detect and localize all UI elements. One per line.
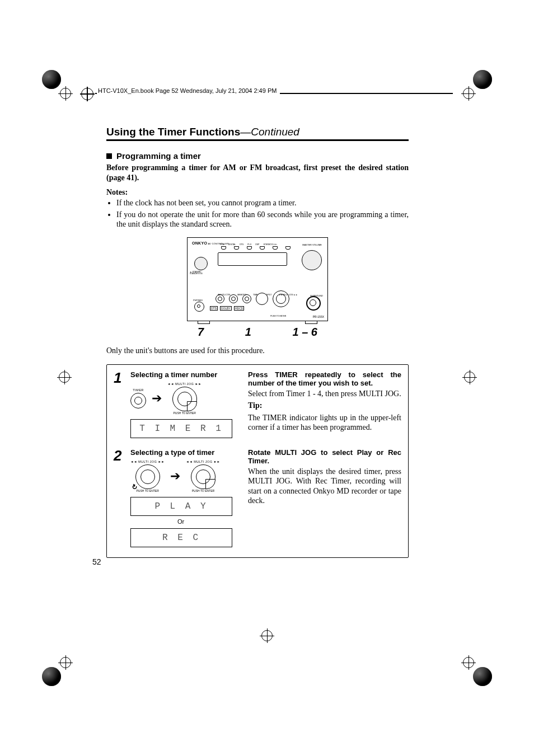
step-left-title: Selecting a timer number (130, 370, 242, 379)
step-right-title: Press TIMER repeatedly to select the num… (248, 370, 401, 387)
standby-labels: ▲ STANDBY STANDBY/ON (190, 271, 203, 275)
step-right-body: Select from Timer 1 - 4, then press MULT… (248, 389, 401, 399)
front-panel-diagram: ONKYO AV CONTROLLER PCMDIGITALDTSPL IIDS… (187, 237, 328, 321)
book-info: HTC-V10X_En.book Page 52 Wednesday, July… (97, 87, 280, 94)
knob-icon (229, 294, 238, 303)
model-label: PR-155X (313, 315, 324, 318)
step-right-body: When the unit displays the desired timer… (248, 467, 401, 506)
intro-paragraph: Before programming a timer for AM or FM … (106, 163, 409, 182)
note-item: If the clock has not been set, you canno… (116, 198, 409, 208)
surround-knob-icon (306, 296, 321, 311)
subsection-heading: Programming a timer (106, 151, 409, 161)
notes-label: Notes: (106, 188, 409, 197)
jog-rotate-figure: ◄◄ MULTI JOG ►► ↻ PUSH TO ENTER ➔ ◄◄ MUL… (130, 460, 242, 492)
section-title-main: Using the Timer Functions (106, 126, 240, 138)
callout-7: 7 (198, 326, 204, 339)
note-item: If you do not operate the unit for more … (116, 210, 409, 229)
push-enter-label: PUSH TO ENTER (270, 315, 286, 317)
timer-knob-icon (130, 393, 146, 408)
timer-knob-figure: TIMER ➔ ◄◄ MULTI JOG ►► PUSH TO ENTER (130, 382, 242, 415)
arrow-right-icon: ➔ (152, 392, 162, 405)
timer-label: TIMER (130, 388, 146, 392)
foot-icon (305, 321, 317, 324)
multi-jog-label: ◄◄ MULTI JOG ►► (186, 460, 220, 463)
phones-label: PHONES (193, 299, 203, 302)
led-indicators (221, 246, 291, 250)
display-play: P L A Y (130, 497, 232, 516)
multi-jog-label: ◄◄ MULTI JOG ►► (167, 382, 202, 386)
step-2: 2 Selecting a type of timer ◄◄ MULTI JOG… (114, 448, 401, 547)
crop-mark-top-left (42, 70, 76, 104)
book-header: HTC-V10X_En.book Page 52 Wednesday, July… (81, 87, 453, 100)
step-left-title: Selecting a type of timer (130, 448, 242, 457)
push-enter-label: PUSH TO ENTER (186, 489, 220, 492)
crop-mark-right (464, 372, 475, 383)
step-number: 2 (114, 448, 125, 547)
tip-body: The TIMER indicator lights up in the upp… (248, 413, 401, 433)
display-timer-1: T I M E R 1 (130, 419, 232, 438)
arrow-right-icon: ➔ (170, 470, 180, 482)
crop-mark-bottom (261, 630, 273, 641)
title-rule (106, 139, 409, 141)
square-bullet-icon (106, 153, 112, 159)
knob-icon (216, 294, 224, 303)
callout-1-6: 1 – 6 (293, 326, 317, 339)
crop-mark-top-right (458, 70, 492, 104)
codec-logos: DTS DOLBY HDCD (210, 306, 244, 311)
crop-mark-bottom-right (458, 652, 492, 686)
page-number: 52 (92, 557, 101, 566)
push-enter-label: PUSH TO ENTER (167, 411, 202, 415)
panel-callouts: 7 1 1 – 6 (188, 326, 327, 339)
tip-label: Tip: (248, 401, 401, 411)
procedure-note: Only the unit's buttons are used for thi… (106, 346, 409, 355)
multi-jog-label: ◄◄ MULTI JOG ►► (130, 460, 165, 463)
panel-screen (218, 252, 287, 266)
subsection-heading-text: Programming a timer (116, 151, 201, 161)
steps-box: 1 Selecting a timer number TIMER ➔ ◄◄ MU… (106, 364, 409, 558)
multi-jog-knob-icon (273, 290, 289, 307)
multi-jog-knob-icon (191, 464, 216, 489)
crop-mark-left (59, 372, 70, 383)
brand-label: ONKYO (192, 241, 207, 245)
knob-icon (242, 294, 251, 303)
step-number: 1 (114, 370, 125, 438)
led-labels: PCMDIGITALDTSPL IIDSPSTEREO/5.1ch (220, 243, 280, 246)
step-1: 1 Selecting a timer number TIMER ➔ ◄◄ MU… (114, 370, 401, 438)
multi-jog-knob-icon (172, 387, 197, 411)
notes-list: If the clock has not been set, you canno… (106, 198, 409, 229)
section-title: Using the Timer Functions—Continued (106, 126, 409, 138)
multi-jog-rotate-icon: ↻ (135, 464, 160, 489)
knob-row (216, 290, 289, 307)
input-knob-icon (256, 293, 268, 305)
standby-button-icon (194, 257, 208, 270)
callout-1: 1 (245, 326, 251, 339)
crop-mark-bottom-left (42, 652, 76, 686)
display-rec: R E C (130, 528, 232, 547)
or-label: Or (130, 518, 231, 525)
header-bullet-icon (81, 88, 93, 100)
phones-jack-icon (194, 302, 204, 312)
step-right-title: Rotate MULTI JOG to select Play or Rec T… (248, 448, 401, 465)
volume-knob-icon (302, 250, 322, 270)
master-volume-label: MASTER VOLUME (302, 243, 322, 246)
foot-icon (198, 321, 210, 324)
section-title-continued: —Continued (240, 126, 299, 138)
